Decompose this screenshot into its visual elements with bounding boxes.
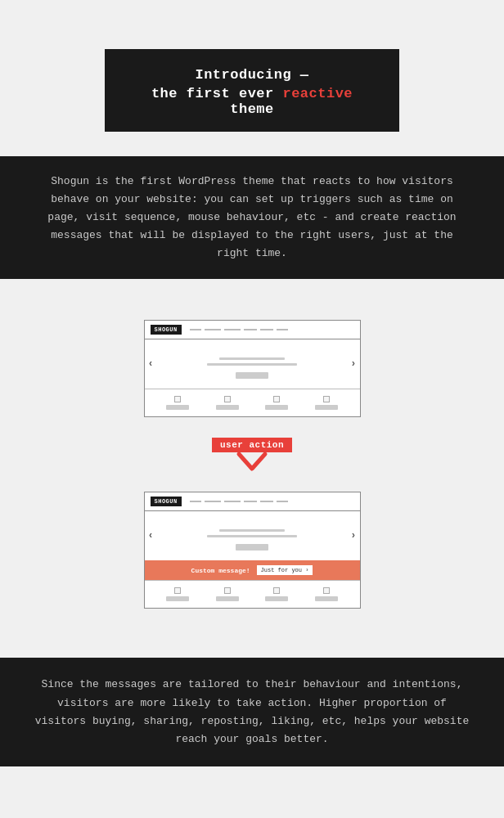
footer-icon-row — [273, 396, 280, 402]
footer-sq — [273, 396, 280, 402]
hero-line-2 — [207, 363, 297, 366]
brand-tag-1: SHOGUN — [151, 325, 182, 335]
footer-sq — [273, 587, 280, 594]
footer-icon-row — [323, 396, 330, 402]
footer-sq — [323, 396, 330, 402]
footer-block-7 — [265, 587, 288, 601]
footer-sq — [224, 396, 231, 402]
footer-sq — [323, 587, 330, 594]
footer-icon-row — [224, 587, 231, 594]
bottom-section: Since the messages are tailored to their… — [0, 658, 504, 766]
nav-line — [244, 501, 257, 502]
nav-line — [190, 501, 201, 502]
footer-block-5 — [166, 587, 189, 601]
notification-badge[interactable]: Just for you › — [257, 565, 313, 575]
nav-line — [190, 329, 201, 330]
hero-line-2 — [207, 535, 297, 537]
hero-line2-before: the first ever — [151, 86, 283, 101]
nav-lines-1 — [190, 329, 288, 330]
slide-arrow-right-2[interactable]: › — [350, 530, 356, 542]
footer-rect — [216, 405, 239, 410]
footer-icon-row — [323, 587, 330, 594]
browser-nav-1: SHOGUN — [145, 321, 360, 339]
nav-line — [205, 501, 221, 502]
hero-reactive-word: reactive — [282, 86, 353, 101]
browser-nav-2: SHOGUN — [145, 492, 360, 511]
slide-area-1: ‹ › — [145, 339, 360, 389]
notification-text: Custom message! — [191, 567, 250, 574]
nav-line — [224, 329, 241, 330]
user-action-section: user action — [0, 425, 504, 483]
mockup2-container: SHOGUN ‹ › Custom message! Just for you … — [0, 483, 504, 625]
notification-bar: Custom message! Just for you › — [145, 560, 360, 580]
footer-block-6 — [216, 587, 239, 601]
footer-block-4 — [315, 396, 338, 410]
description-text: Shogun is the first WordPress theme that… — [33, 173, 471, 263]
hero-title-line1: Introducing — — [129, 67, 375, 83]
hero-btn-2 — [236, 544, 268, 551]
footer-rect — [265, 405, 288, 410]
brand-tag-2: SHOGUN — [151, 497, 182, 506]
browser-footer-1 — [145, 389, 360, 416]
footer-rect — [315, 405, 338, 410]
footer-sq — [174, 396, 181, 402]
browser-footer-2 — [145, 580, 360, 608]
footer-block-1 — [166, 396, 189, 410]
description-section: Shogun is the first WordPress theme that… — [0, 156, 504, 279]
browser-mockup-1: SHOGUN ‹ › — [144, 320, 361, 417]
nav-line — [244, 329, 257, 330]
nav-lines-2 — [190, 501, 288, 502]
footer-sq — [174, 587, 181, 594]
footer-rect — [216, 596, 239, 601]
hero-line-1 — [219, 529, 285, 532]
hero-title-line2: the first ever reactive theme — [129, 86, 375, 117]
nav-line — [277, 501, 288, 502]
footer-block-2 — [216, 396, 239, 410]
browser-mockup-2: SHOGUN ‹ › Custom message! Just for you … — [144, 492, 361, 609]
footer-rect — [315, 596, 338, 601]
footer-rect — [265, 596, 288, 601]
footer-rect — [166, 596, 189, 601]
user-action-arrow — [236, 451, 268, 479]
footer-block-3 — [265, 396, 288, 410]
footer-icon-row — [174, 587, 181, 594]
bottom-text: Since the messages are tailored to their… — [33, 676, 471, 748]
nav-line — [277, 329, 288, 330]
spacer-1 — [0, 279, 504, 312]
hero-btn-1 — [236, 372, 268, 379]
footer-block-8 — [315, 587, 338, 601]
footer-sq — [224, 587, 231, 594]
nav-line — [205, 329, 221, 330]
slide-arrow-left-1[interactable]: ‹ — [148, 358, 154, 370]
hero-line-1 — [219, 357, 285, 360]
slide-arrow-right-1[interactable]: › — [350, 358, 356, 370]
nav-line — [224, 501, 241, 502]
hero-banner: Introducing — the first ever reactive th… — [105, 49, 399, 132]
footer-icon-row — [273, 587, 280, 594]
footer-icon-row — [174, 396, 181, 402]
nav-line — [260, 501, 273, 502]
slide-area-2: ‹ › — [145, 511, 360, 560]
hero-line2-after: theme — [230, 101, 274, 117]
mockup1-container: SHOGUN ‹ › — [0, 312, 504, 425]
footer-rect — [166, 405, 189, 410]
nav-line — [260, 329, 273, 330]
footer-icon-row — [224, 396, 231, 402]
slide-arrow-left-2[interactable]: ‹ — [148, 530, 154, 542]
